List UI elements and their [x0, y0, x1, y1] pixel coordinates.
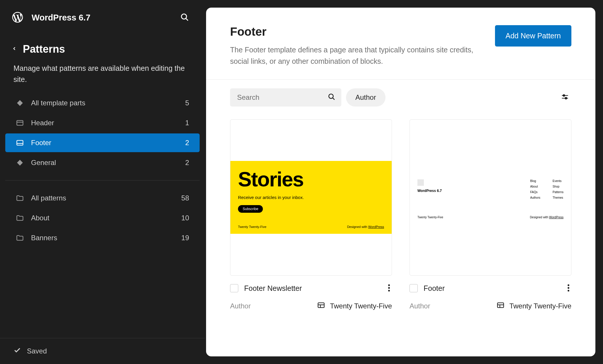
search-box[interactable] — [230, 88, 341, 107]
pattern-card: Stories Receive our articles in your inb… — [230, 119, 392, 311]
author-label: Author — [410, 302, 430, 310]
panel: Footer The Footer template defines a pag… — [206, 8, 595, 356]
pattern-title[interactable]: Footer Newsletter — [244, 284, 380, 293]
pattern-preview[interactable]: Stories Receive our articles in your inb… — [230, 119, 392, 276]
svg-point-8 — [329, 94, 333, 98]
folder-icon — [16, 214, 24, 222]
svg-rect-2 — [17, 100, 23, 106]
patterns-header[interactable]: Patterns — [5, 35, 200, 63]
svg-point-13 — [565, 97, 567, 99]
svg-point-20 — [568, 284, 569, 286]
theme-icon — [496, 301, 505, 311]
search-button[interactable] — [178, 11, 191, 25]
author-value: Twenty Twenty-Five — [317, 301, 392, 311]
diamond-icon — [16, 159, 24, 167]
save-status: Saved — [0, 338, 205, 364]
page-description: The Footer template defines a page area … — [230, 44, 483, 67]
svg-point-15 — [388, 287, 390, 289]
author-label: Author — [230, 302, 251, 310]
diamond-icon — [16, 99, 24, 107]
nav-header[interactable]: Header 1 — [5, 114, 200, 132]
layout-footer-icon — [16, 139, 24, 147]
preview-logo — [417, 179, 424, 186]
pattern-actions-button[interactable] — [386, 282, 392, 295]
chevron-left-icon — [12, 46, 17, 52]
svg-rect-7 — [17, 160, 23, 166]
site-title[interactable]: WordPress 6.7 — [32, 13, 90, 23]
svg-point-16 — [388, 290, 390, 291]
section-title: Patterns — [23, 43, 65, 55]
author-value: Twenty Twenty-Five — [496, 301, 571, 311]
folder-icon — [16, 234, 24, 242]
check-icon — [13, 346, 21, 356]
svg-point-21 — [568, 287, 569, 289]
nav-footer[interactable]: Footer 2 — [5, 133, 200, 152]
pattern-title[interactable]: Footer — [424, 284, 560, 293]
pattern-preview[interactable]: WordPress 6.7 BlogAboutFAQsAuthors Event… — [410, 119, 571, 276]
nav-all-template-parts[interactable]: All template parts 5 — [5, 94, 200, 112]
svg-rect-3 — [17, 121, 23, 125]
preview-stitle: WordPress 6.7 — [417, 189, 442, 193]
svg-point-14 — [388, 284, 390, 286]
divider — [5, 180, 200, 181]
main-content: Footer The Footer template defines a pag… — [205, 0, 603, 364]
svg-line-1 — [186, 18, 188, 21]
author-filter-chip[interactable]: Author — [346, 88, 386, 107]
svg-point-12 — [563, 95, 565, 96]
search-input[interactable] — [237, 93, 328, 102]
pattern-card: WordPress 6.7 BlogAboutFAQsAuthors Event… — [410, 119, 571, 311]
pattern-actions-button[interactable] — [566, 282, 571, 295]
section-description: Manage what patterns are available when … — [0, 63, 205, 94]
preview-heading: Stories — [238, 170, 384, 189]
sidebar-header: WordPress 6.7 — [0, 0, 205, 35]
search-icon — [328, 93, 335, 102]
sidebar: WordPress 6.7 Patterns Manage what patte… — [0, 0, 205, 364]
view-options-button[interactable] — [559, 90, 571, 104]
layout-header-icon — [16, 119, 24, 127]
wordpress-logo-icon[interactable] — [11, 11, 24, 25]
folder-icon — [16, 194, 24, 202]
pattern-checkbox[interactable] — [410, 284, 418, 292]
saved-label: Saved — [27, 347, 47, 355]
preview-col: EventsShopPatternsThemes — [553, 179, 563, 199]
nav-banners[interactable]: Banners 19 — [5, 229, 200, 247]
svg-rect-5 — [17, 140, 23, 145]
nav-all-patterns[interactable]: All patterns 58 — [5, 189, 200, 207]
nav-general[interactable]: General 2 — [5, 153, 200, 172]
svg-point-0 — [181, 14, 187, 19]
svg-point-22 — [568, 290, 569, 291]
svg-line-9 — [333, 98, 335, 100]
page-title: Footer — [230, 25, 483, 38]
preview-col: BlogAboutFAQsAuthors — [530, 179, 540, 199]
add-new-pattern-button[interactable]: Add New Pattern — [495, 25, 571, 47]
preview-subscribe: Subscribe — [238, 205, 263, 213]
preview-tagline: Receive our articles in your inbox. — [238, 195, 384, 200]
theme-icon — [317, 301, 325, 311]
nav-about[interactable]: About 10 — [5, 209, 200, 227]
pattern-checkbox[interactable] — [230, 284, 238, 292]
